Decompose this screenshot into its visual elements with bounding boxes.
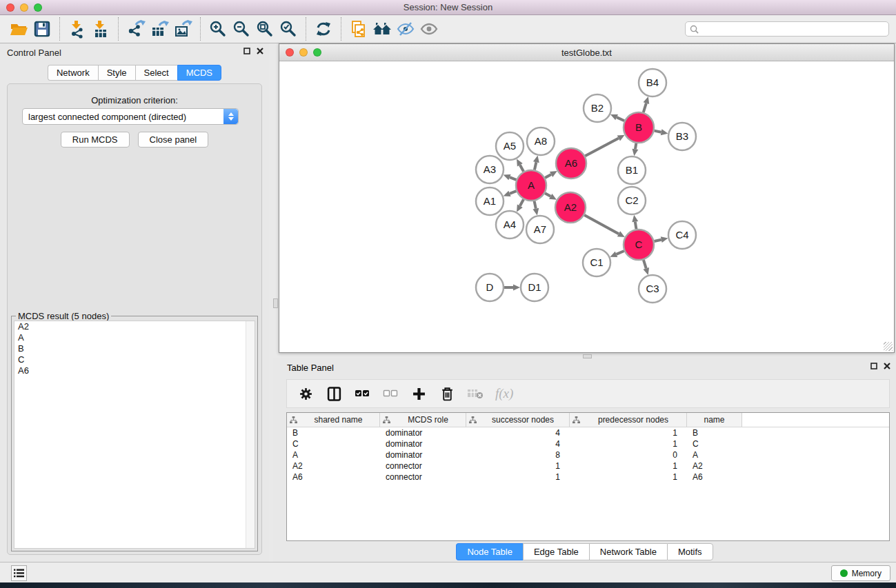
close-panel-button[interactable]: Close panel: [138, 132, 209, 148]
first-neighbors-icon[interactable]: [370, 17, 394, 41]
cell-shared-name[interactable]: C: [287, 439, 380, 449]
open-file-icon[interactable]: [7, 17, 30, 41]
deselect-all-icon[interactable]: [382, 385, 399, 402]
export-network-icon[interactable]: [124, 17, 148, 41]
mcds-result-item[interactable]: C: [14, 354, 255, 365]
cell-MCDS-role[interactable]: connector: [380, 472, 466, 482]
tab-edge-table[interactable]: Edge Table: [523, 543, 589, 560]
hide-selected-icon[interactable]: [394, 17, 417, 41]
column-header-name[interactable]: name: [687, 413, 742, 427]
column-header-successor-nodes[interactable]: successor nodes: [466, 413, 570, 427]
mcds-result-item[interactable]: A6: [14, 365, 255, 376]
cell-shared-name[interactable]: A: [287, 450, 380, 460]
cell-name[interactable]: C: [687, 439, 742, 449]
table-row[interactable]: Adominator80A: [287, 449, 889, 460]
refresh-icon[interactable]: [312, 17, 335, 41]
export-table-icon[interactable]: [148, 17, 171, 41]
criterion-dropdown[interactable]: largest connected component (directed): [22, 108, 239, 125]
mcds-result-item[interactable]: A: [14, 332, 255, 343]
cell-MCDS-role[interactable]: connector: [380, 461, 466, 471]
memory-button[interactable]: Memory: [831, 565, 890, 581]
zoom-out-icon[interactable]: [230, 17, 253, 41]
edge-C-C2[interactable]: [635, 222, 637, 230]
edge-B-B4[interactable]: [644, 103, 646, 112]
network-canvas[interactable]: B4B2BB3A8A5A6B1A3AC2A1A2A4A7C4CC1C3DD1: [279, 61, 894, 352]
network-minimize-button[interactable]: [299, 48, 308, 57]
table-row[interactable]: A6connector11A6: [287, 472, 889, 483]
edge-B-B2[interactable]: [617, 117, 624, 121]
search-input[interactable]: [701, 24, 884, 34]
zoom-fit-icon[interactable]: [253, 17, 277, 41]
zoom-in-icon[interactable]: [206, 17, 230, 41]
network-maximize-button[interactable]: [313, 48, 321, 57]
run-mcds-button[interactable]: Run MCDS: [61, 132, 130, 148]
split-columns-icon[interactable]: [326, 385, 342, 402]
edge-A-A6[interactable]: [545, 174, 551, 178]
mcds-result-item[interactable]: B: [14, 343, 255, 354]
column-header-shared-name[interactable]: shared name: [287, 413, 380, 427]
network-graph[interactable]: B4B2BB3A8A5A6B1A3AC2A1A2A4A7C4CC1C3DD1: [279, 61, 894, 352]
column-header-MCDS-role[interactable]: MCDS role: [380, 413, 466, 427]
close-window-button[interactable]: [6, 3, 14, 12]
float-panel-icon[interactable]: [870, 363, 877, 369]
edge-C-C4[interactable]: [654, 240, 661, 241]
edge-A-A5[interactable]: [520, 165, 524, 172]
cell-successor-nodes[interactable]: 1: [466, 461, 570, 471]
cell-successor-nodes[interactable]: 8: [466, 450, 570, 460]
cell-name[interactable]: A2: [687, 461, 742, 471]
tab-network-table[interactable]: Network Table: [589, 543, 667, 560]
show-task-history-button[interactable]: [11, 565, 27, 581]
edge-A6-B[interactable]: [585, 138, 619, 156]
cell-MCDS-role[interactable]: dominator: [380, 428, 466, 438]
cell-MCDS-role[interactable]: dominator: [380, 439, 466, 449]
cell-MCDS-role[interactable]: dominator: [380, 450, 466, 460]
float-panel-icon[interactable]: [243, 48, 250, 54]
edge-C-C3[interactable]: [644, 260, 646, 268]
edge-A-A8[interactable]: [535, 162, 536, 170]
cell-predecessor-nodes[interactable]: 1: [570, 461, 687, 471]
cell-name[interactable]: A: [687, 450, 742, 460]
scrollbar-track[interactable]: [246, 321, 255, 548]
table-row[interactable]: A2connector11A2: [287, 460, 889, 472]
edge-B-B3[interactable]: [655, 131, 661, 132]
edge-A-A4[interactable]: [520, 199, 524, 206]
tab-network[interactable]: Network: [48, 65, 98, 81]
cell-predecessor-nodes[interactable]: 1: [570, 439, 687, 449]
delete-icon[interactable]: [439, 385, 455, 402]
gear-icon[interactable]: [297, 385, 314, 402]
cell-predecessor-nodes[interactable]: 0: [570, 450, 687, 460]
edge-A-A2[interactable]: [545, 193, 550, 196]
table-row[interactable]: Bdominator41B: [287, 427, 889, 438]
tab-motifs[interactable]: Motifs: [667, 543, 713, 560]
close-panel-icon[interactable]: [257, 48, 263, 54]
cell-predecessor-nodes[interactable]: 1: [570, 428, 687, 438]
edge-A-A7[interactable]: [535, 201, 536, 209]
mcds-result-list[interactable]: A2ABCA6: [14, 321, 255, 549]
show-all-icon[interactable]: [417, 17, 441, 41]
table-row[interactable]: Cdominator41C: [287, 438, 889, 449]
close-panel-icon[interactable]: [884, 363, 890, 369]
edge-A-A3[interactable]: [510, 177, 517, 180]
import-table-icon[interactable]: [89, 17, 112, 41]
edge-B-B1[interactable]: [635, 143, 636, 150]
tab-select[interactable]: Select: [135, 65, 177, 81]
network-from-selection-icon[interactable]: [347, 17, 370, 41]
tab-node-table[interactable]: Node Table: [456, 543, 523, 560]
cell-name[interactable]: A6: [687, 472, 742, 482]
cell-successor-nodes[interactable]: 1: [466, 472, 570, 482]
network-window-titlebar[interactable]: testGlobe.txt: [279, 44, 894, 61]
maximize-window-button[interactable]: [34, 3, 42, 12]
select-all-icon[interactable]: [354, 385, 370, 402]
cell-predecessor-nodes[interactable]: 1: [570, 472, 687, 482]
cell-shared-name[interactable]: A2: [287, 461, 380, 471]
export-image-icon[interactable]: [171, 17, 195, 41]
save-session-icon[interactable]: [30, 17, 54, 41]
edge-A2-C[interactable]: [584, 215, 619, 234]
node-table[interactable]: shared nameMCDS rolesuccessor nodesprede…: [286, 412, 890, 541]
cell-successor-nodes[interactable]: 4: [466, 428, 570, 438]
edge-A-A1[interactable]: [510, 191, 517, 194]
network-close-button[interactable]: [286, 48, 294, 57]
panel-divider-grip[interactable]: [273, 298, 278, 308]
edge-C-C1[interactable]: [617, 251, 624, 254]
tab-style[interactable]: Style: [98, 65, 135, 81]
